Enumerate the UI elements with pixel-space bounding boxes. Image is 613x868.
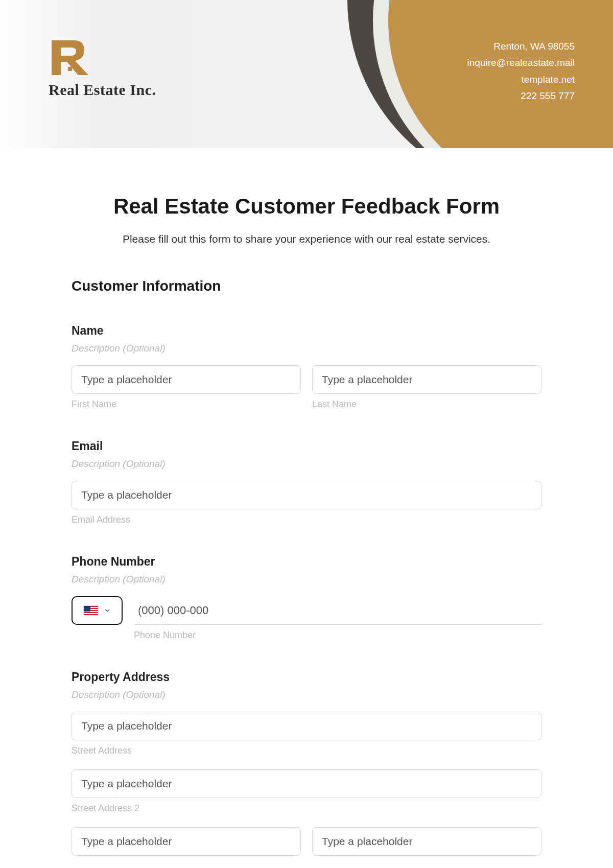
logo-block: Real Estate Inc. (49, 38, 156, 99)
svg-rect-0 (68, 67, 72, 71)
city-input[interactable] (72, 827, 301, 856)
name-label: Name (72, 324, 541, 338)
email-input[interactable] (72, 481, 541, 509)
last-name-input[interactable] (312, 365, 541, 394)
chevron-down-icon (104, 607, 111, 614)
first-name-sublabel: First Name (72, 399, 301, 410)
logo-icon (49, 38, 92, 77)
contact-email: inquire@realeastate.mail (467, 55, 575, 71)
street-address-2-input[interactable] (72, 769, 541, 798)
phone-sublabel: Phone Number (134, 630, 541, 641)
phone-input[interactable] (134, 596, 541, 625)
street-address-sublabel: Street Address (72, 745, 541, 756)
name-description: Description (Optional) (72, 343, 541, 354)
section-customer-info: Customer Information (72, 278, 541, 294)
contact-city: Renton, WA 98055 (467, 38, 575, 55)
contact-site: template.net (467, 72, 575, 88)
us-flag-icon (83, 605, 99, 616)
street-address-2-sublabel: Street Address 2 (72, 803, 541, 814)
contact-phone: 222 555 777 (467, 88, 575, 104)
page-subtitle: Please fill out this form to share your … (72, 233, 541, 245)
country-code-select[interactable] (72, 596, 123, 625)
last-name-sublabel: Last Name (312, 399, 541, 410)
state-input[interactable] (312, 827, 541, 856)
email-sublabel: Email Address (72, 514, 541, 525)
field-group-address: Property Address Description (Optional) … (72, 670, 541, 856)
address-description: Description (Optional) (72, 689, 541, 700)
email-description: Description (Optional) (72, 458, 541, 470)
company-name: Real Estate Inc. (49, 81, 156, 99)
field-group-name: Name Description (Optional) First Name L… (72, 324, 541, 410)
phone-label: Phone Number (72, 555, 541, 569)
first-name-input[interactable] (72, 365, 301, 394)
phone-description: Description (Optional) (72, 574, 541, 585)
form-container: Real Estate Customer Feedback Form Pleas… (61, 148, 552, 856)
street-address-input[interactable] (72, 712, 541, 740)
field-group-phone: Phone Number Description (Optional) Phon… (72, 555, 541, 641)
page-title: Real Estate Customer Feedback Form (72, 194, 541, 219)
email-label: Email (72, 439, 541, 453)
header-banner: Real Estate Inc. Renton, WA 98055 inquir… (0, 0, 613, 148)
address-label: Property Address (72, 670, 541, 684)
header-contact: Renton, WA 98055 inquire@realeastate.mai… (467, 38, 575, 104)
field-group-email: Email Description (Optional) Email Addre… (72, 439, 541, 525)
